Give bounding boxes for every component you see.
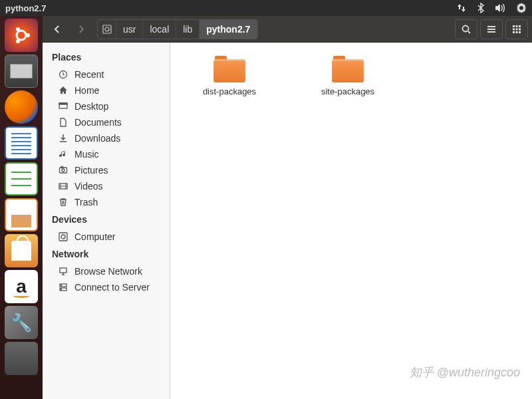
window-title: python2.7 xyxy=(5,3,456,13)
svg-rect-7 xyxy=(487,26,495,27)
folder-label: dist-packages xyxy=(203,86,256,96)
computer-icon xyxy=(59,232,69,241)
svg-point-27 xyxy=(61,235,65,239)
sidebar-item-label: Connect to Server xyxy=(74,282,150,293)
launcher-impress[interactable] xyxy=(5,198,38,231)
svg-point-31 xyxy=(61,285,61,285)
sidebar-item-pictures[interactable]: Pictures xyxy=(43,162,170,178)
pictures-icon xyxy=(59,166,69,175)
sidebar-item-desktop[interactable]: Desktop xyxy=(43,98,170,114)
downloads-icon xyxy=(59,134,69,143)
trash-icon xyxy=(59,198,69,207)
svg-rect-17 xyxy=(516,31,518,33)
back-button[interactable] xyxy=(47,19,68,39)
sidebar-item-downloads[interactable]: Downloads xyxy=(43,130,170,146)
documents-icon xyxy=(59,118,69,127)
folder-icon xyxy=(332,56,364,82)
music-icon xyxy=(59,150,69,159)
devices-header: Devices xyxy=(43,210,170,229)
svg-rect-12 xyxy=(519,25,521,27)
home-icon xyxy=(59,86,69,95)
folder-icon xyxy=(213,56,245,82)
sidebar-item-label: Recent xyxy=(74,69,104,80)
videos-icon xyxy=(59,182,69,191)
path-seg-lib[interactable]: lib xyxy=(176,20,200,39)
svg-rect-26 xyxy=(59,233,67,241)
folder-label: site-packages xyxy=(321,86,374,96)
svg-point-3 xyxy=(16,39,20,43)
svg-point-6 xyxy=(463,25,469,31)
path-seg-local[interactable]: local xyxy=(143,20,176,39)
sidebar-item-computer[interactable]: Computer xyxy=(43,229,170,245)
path-seg-python27[interactable]: python2.7 xyxy=(200,20,257,39)
svg-rect-4 xyxy=(103,25,111,33)
sidebar-item-videos[interactable]: Videos xyxy=(43,178,170,194)
folder-view[interactable]: dist-packages site-packages xyxy=(170,43,532,399)
svg-rect-15 xyxy=(519,28,521,30)
network-indicator-icon[interactable] xyxy=(456,3,467,13)
server-icon xyxy=(59,283,69,292)
sidebar-item-label: Documents xyxy=(74,117,122,128)
sidebar-item-label: Trash xyxy=(74,197,98,207)
sidebar-item-label: Pictures xyxy=(74,165,108,176)
top-menubar: python2.7 xyxy=(0,0,532,16)
svg-rect-10 xyxy=(513,25,515,27)
svg-rect-18 xyxy=(519,31,521,33)
view-menu-button[interactable] xyxy=(480,19,503,39)
desktop-icon xyxy=(59,102,69,111)
places-header: Places xyxy=(43,48,170,66)
launcher-software-center[interactable] xyxy=(5,234,38,267)
sidebar-item-connect-server[interactable]: Connect to Server xyxy=(43,279,170,295)
sidebar-item-music[interactable]: Music xyxy=(43,146,170,162)
launcher-files[interactable] xyxy=(5,55,38,88)
folder-dist-packages[interactable]: dist-packages xyxy=(186,53,273,99)
launcher-dash[interactable] xyxy=(5,19,38,52)
sound-icon[interactable] xyxy=(495,3,507,13)
launcher-calc[interactable] xyxy=(5,162,38,196)
sidebar-item-label: Music xyxy=(74,149,99,160)
clock-icon xyxy=(59,70,69,79)
unity-launcher: a 🔧 xyxy=(0,16,43,399)
svg-rect-22 xyxy=(60,168,67,173)
sidebar-item-label: Desktop xyxy=(74,101,108,112)
svg-point-2 xyxy=(16,27,20,31)
sidebar-item-label: Computer xyxy=(74,231,115,242)
launcher-writer[interactable] xyxy=(5,126,38,160)
svg-rect-13 xyxy=(513,28,515,30)
sidebar-item-browse-network[interactable]: Browse Network xyxy=(43,263,170,279)
path-seg-usr[interactable]: usr xyxy=(116,20,143,39)
svg-point-32 xyxy=(61,289,61,289)
sidebar-item-label: Videos xyxy=(74,181,103,192)
launcher-item-extra[interactable] xyxy=(5,342,38,375)
launcher-firefox[interactable] xyxy=(5,90,38,124)
path-bar: usr local lib python2.7 xyxy=(97,19,258,39)
launcher-amazon[interactable]: a xyxy=(5,270,38,303)
folder-site-packages[interactable]: site-packages xyxy=(305,53,391,99)
grid-view-button[interactable] xyxy=(505,19,528,39)
sidebar-item-home[interactable]: Home xyxy=(43,82,170,98)
bluetooth-icon[interactable] xyxy=(476,3,485,13)
disk-icon[interactable] xyxy=(98,20,116,39)
sidebar-item-label: Browse Network xyxy=(74,266,142,277)
svg-point-1 xyxy=(26,33,30,37)
svg-rect-8 xyxy=(487,29,495,30)
sidebar-item-trash[interactable]: Trash xyxy=(43,194,170,210)
svg-point-5 xyxy=(105,27,109,31)
settings-gear-icon[interactable] xyxy=(516,3,527,13)
network-header: Network xyxy=(43,245,170,263)
launcher-settings[interactable]: 🔧 xyxy=(5,306,38,339)
places-sidebar: Places Recent Home Desktop Documents Dow… xyxy=(43,43,170,399)
svg-rect-11 xyxy=(516,25,518,27)
sidebar-item-label: Downloads xyxy=(74,133,120,144)
search-button[interactable] xyxy=(455,19,477,39)
system-tray xyxy=(456,3,527,13)
forward-button[interactable] xyxy=(70,19,92,39)
svg-point-0 xyxy=(17,31,26,40)
svg-rect-28 xyxy=(60,268,66,273)
svg-rect-21 xyxy=(59,103,67,104)
svg-point-23 xyxy=(62,169,65,172)
file-manager-toolbar: usr local lib python2.7 xyxy=(43,16,532,43)
sidebar-item-documents[interactable]: Documents xyxy=(43,114,170,130)
sidebar-item-recent[interactable]: Recent xyxy=(43,66,170,82)
watermark-text: 知乎 @wutheringcoo xyxy=(410,364,520,380)
